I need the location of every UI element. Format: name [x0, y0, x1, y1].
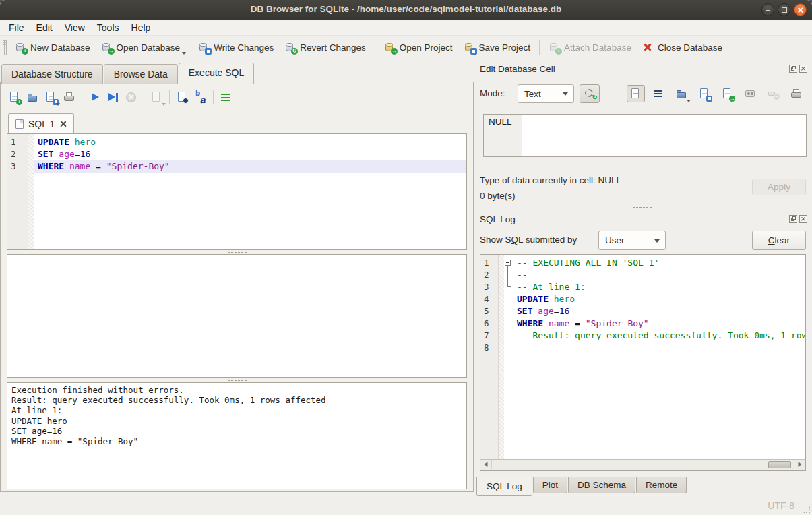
close-tab-icon[interactable]: [59, 120, 67, 127]
open-sql-file-icon[interactable]: [24, 88, 42, 106]
plus-badge-icon: [22, 48, 28, 55]
cell-type-text: Type of data currently in cell: NULL: [480, 175, 621, 185]
revert-badge-icon: [291, 48, 298, 55]
menu-tools[interactable]: Tools: [91, 21, 125, 34]
log-filter-value: User: [605, 235, 625, 245]
set-null-icon: [764, 85, 782, 102]
apply-button[interactable]: Apply: [752, 179, 806, 195]
save-sql-file-icon[interactable]: [42, 88, 60, 106]
fold-marker[interactable]: [504, 257, 513, 269]
close-panel-icon[interactable]: [799, 215, 807, 223]
close-panel-icon[interactable]: [799, 65, 807, 73]
mode-select[interactable]: Text: [518, 84, 574, 103]
print-cell-icon[interactable]: [787, 85, 805, 102]
toolbar-button-label: Close Database: [658, 42, 722, 53]
sql-log-view[interactable]: 1-- EXECUTING ALL IN 'SQL 1'2--3-- At li…: [480, 254, 806, 471]
new-sql-tab-icon[interactable]: [5, 88, 24, 106]
text-mode-icon[interactable]: [627, 85, 645, 102]
db-icon: [284, 42, 296, 53]
sql-log-header: SQL Log: [480, 212, 807, 226]
find-icon[interactable]: [173, 88, 191, 106]
code-line: 6WHERE name = "Spider-Boy": [480, 317, 805, 330]
db-icon: [15, 42, 26, 53]
log-filter-select[interactable]: User: [598, 231, 666, 250]
toolbar-button-label: New Database: [30, 42, 90, 53]
execute-all-icon[interactable]: [86, 88, 104, 106]
float-panel-icon[interactable]: [789, 215, 797, 223]
open-database-button[interactable]: Open Database: [96, 39, 186, 56]
toolbar-grip[interactable]: [3, 40, 7, 55]
log-filter-label: Show SQL submitted by: [480, 235, 577, 245]
toolbar-separator: [213, 90, 214, 104]
titlebar[interactable]: DB Browser for SQLite - /home/user/code/…: [0, 0, 812, 21]
close-database-button[interactable]: Close Database: [637, 39, 728, 56]
dock-tab-remote[interactable]: Remote: [636, 477, 687, 493]
maximize-button[interactable]: [778, 3, 790, 16]
word-wrap-icon[interactable]: [650, 85, 668, 102]
dock-tab-sql-log[interactable]: SQL Log: [476, 477, 532, 496]
tab-browse-data[interactable]: Browse Data: [104, 64, 178, 84]
import-data-icon[interactable]: [673, 85, 691, 102]
scrollbar-track[interactable]: [492, 460, 794, 470]
apply-data-icon[interactable]: [718, 85, 737, 102]
document-icon: [15, 119, 24, 129]
save-project-button[interactable]: Save Project: [458, 39, 536, 56]
code-line: 5SET age=16: [480, 305, 805, 317]
find-replace-icon[interactable]: [191, 88, 210, 106]
tab-database-structure[interactable]: Database Structure: [1, 64, 103, 84]
menu-view[interactable]: View: [59, 21, 91, 34]
execute-current-line-icon[interactable]: [104, 88, 122, 106]
db-icon: [198, 42, 210, 53]
fold-marker: [504, 342, 513, 354]
close-button[interactable]: [794, 3, 807, 16]
splitter-handle[interactable]: [476, 206, 807, 209]
revert-changes-button[interactable]: Revert Changes: [279, 39, 371, 56]
results-table[interactable]: [7, 254, 467, 378]
auto-format-icon[interactable]: [217, 88, 235, 106]
apply-button-label: Apply: [768, 182, 790, 192]
dropdown-caret-icon: [687, 100, 691, 102]
mode-select-value: Text: [524, 89, 541, 99]
dock-tab-db-schema[interactable]: DB Schema: [568, 477, 635, 493]
sql-file-tab[interactable]: SQL 1: [8, 113, 74, 133]
menu-help[interactable]: Help: [125, 21, 157, 34]
open-badge-icon: [108, 48, 115, 55]
code-line: 8: [480, 342, 805, 354]
save-badge-icon: [470, 48, 477, 55]
save-results-icon: [148, 88, 166, 106]
print-icon[interactable]: [60, 88, 78, 106]
tab-execute-sql[interactable]: Execute SQL: [179, 63, 255, 84]
auto-apply-button[interactable]: ↻: [580, 84, 600, 103]
resize-grip[interactable]: [803, 506, 811, 514]
new-database-button[interactable]: New Database: [9, 39, 96, 56]
toolbar-separator: [375, 40, 375, 55]
dock-tab-plot[interactable]: Plot: [533, 477, 567, 493]
minimize-button[interactable]: [761, 3, 774, 16]
export-data-icon[interactable]: [695, 85, 714, 102]
execution-message-pane[interactable]: Execution finished without errors. Resul…: [7, 382, 467, 489]
code-line: 4UPDATE hero: [480, 293, 805, 305]
menu-edit[interactable]: Edit: [30, 21, 59, 34]
open-project-button[interactable]: Open Project: [379, 39, 458, 56]
scroll-left-icon[interactable]: [480, 460, 492, 469]
toolbar-separator: [189, 40, 189, 55]
write-changes-button[interactable]: Write Changes: [193, 39, 279, 56]
scrollbar-thumb[interactable]: [768, 461, 791, 468]
main-toolbar: New DatabaseOpen DatabaseWrite ChangesRe…: [0, 35, 812, 59]
sql-editor-toolbar: [5, 86, 235, 108]
horizontal-scrollbar[interactable]: [480, 459, 805, 470]
sql-editor[interactable]: 1UPDATE hero2SET age=163WHERE name = "Sp…: [7, 133, 467, 250]
window-controls: [761, 3, 807, 16]
menu-file[interactable]: File: [3, 21, 30, 34]
float-panel-icon[interactable]: [789, 65, 797, 73]
sql-log-title: SQL Log: [480, 214, 516, 224]
cell-value: NULL: [489, 117, 512, 127]
scroll-right-icon[interactable]: [794, 460, 805, 469]
fold-marker: [504, 281, 513, 293]
cell-editor[interactable]: NULL: [483, 114, 807, 157]
open-badge-icon: [391, 48, 398, 55]
open-in-external-icon[interactable]: [741, 85, 759, 102]
clear-log-button[interactable]: Clear: [752, 231, 806, 250]
menubar: FileEditViewToolsHelp: [0, 20, 812, 35]
save-badge-icon: [205, 48, 212, 55]
